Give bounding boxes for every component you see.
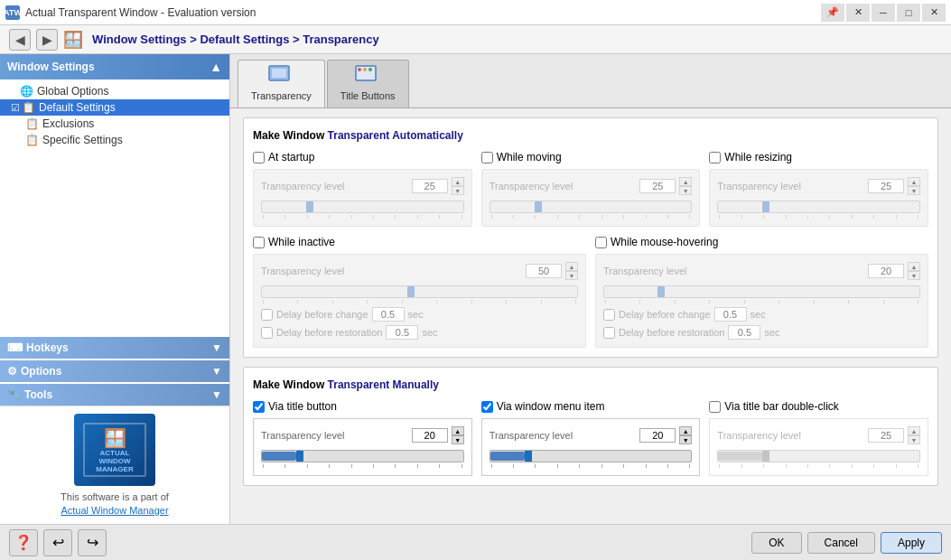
- via-menu-spin-down[interactable]: ▼: [679, 435, 692, 444]
- mouse-delay-restore-input[interactable]: [728, 325, 760, 340]
- sidebar-section-options[interactable]: ⚙ Options ▼: [0, 360, 229, 382]
- via-menu-slider[interactable]: [489, 450, 693, 462]
- while-moving-level-input[interactable]: [639, 179, 676, 193]
- via-dbl-spin-down[interactable]: ▼: [908, 435, 920, 444]
- sidebar-section-hotkeys[interactable]: ⌨ Hotkeys ▼: [0, 337, 229, 359]
- via-menu-level-input[interactable]: [639, 428, 676, 443]
- while-inactive-spin-up[interactable]: ▲: [565, 262, 578, 271]
- while-resizing-thumb[interactable]: [762, 201, 769, 212]
- at-startup-level-input[interactable]: [412, 179, 448, 193]
- while-moving-spin-up[interactable]: ▲: [679, 177, 692, 186]
- while-moving-checkbox[interactable]: [481, 152, 493, 163]
- via-title-level-label: Transparency level: [261, 430, 408, 441]
- while-mouse-spin-down[interactable]: ▼: [908, 271, 920, 280]
- via-title-slider[interactable]: [261, 450, 464, 462]
- bottom-left: ❓ ↩ ↪: [9, 529, 107, 556]
- while-inactive-level-input[interactable]: [526, 264, 562, 278]
- while-resizing-checkbox[interactable]: [709, 152, 721, 163]
- via-menu-thumb[interactable]: [525, 451, 532, 462]
- inactive-delay-restore-input[interactable]: [386, 325, 418, 340]
- while-resizing-spin-up[interactable]: ▲: [908, 177, 920, 186]
- via-title-spin-up[interactable]: ▲: [452, 426, 464, 435]
- hotkeys-expand-icon: ▼: [211, 341, 222, 354]
- via-dbl-thumb[interactable]: [762, 451, 769, 462]
- close-button[interactable]: ✕: [922, 4, 946, 22]
- sidebar-expand-icon[interactable]: ▲: [210, 60, 222, 74]
- at-startup-checkbox[interactable]: [253, 152, 265, 163]
- back-button[interactable]: ◀: [9, 29, 31, 51]
- svg-point-3: [358, 68, 361, 71]
- while-resizing-level-input[interactable]: [868, 179, 904, 193]
- hotkeys-icon: ⌨: [7, 341, 23, 354]
- via-dbl-level-input[interactable]: [868, 428, 904, 443]
- pin-button[interactable]: 📌: [821, 4, 844, 22]
- via-title-thumb[interactable]: [296, 451, 303, 462]
- while-mouse-box: Transparency level ▲ ▼: [595, 254, 928, 348]
- tab-transparency[interactable]: Transparency: [238, 60, 325, 107]
- apply-button[interactable]: Apply: [881, 532, 942, 554]
- while-resizing-checkbox-row: While resizing: [709, 151, 928, 163]
- via-menu-spin-up[interactable]: ▲: [679, 426, 692, 435]
- forward-button[interactable]: ▶: [36, 29, 58, 51]
- ok-button[interactable]: OK: [751, 532, 801, 554]
- while-moving-thumb[interactable]: [535, 201, 542, 212]
- inactive-delay-change-row: Delay before change sec: [261, 307, 578, 322]
- via-dbl-slider[interactable]: [717, 450, 920, 462]
- sidebar-header: Window Settings ▲: [0, 54, 229, 79]
- sidebar-item-global-options[interactable]: 🌐 Global Options: [0, 83, 229, 99]
- via-dblclick-checkbox[interactable]: [709, 401, 721, 413]
- mouse-delay-change-input[interactable]: [714, 307, 747, 322]
- checkbox-icon: ☑: [11, 102, 20, 114]
- while-inactive-slider[interactable]: [261, 285, 578, 298]
- sidebar-item-exclusions[interactable]: 📋 Exclusions: [0, 116, 229, 132]
- window-title: Actual Transparent Window - Evaluation v…: [25, 6, 256, 19]
- mouse-delay-change-row: Delay before change sec: [603, 307, 920, 322]
- global-options-icon: 🌐: [20, 85, 33, 98]
- close-x-button[interactable]: ✕: [846, 4, 870, 22]
- auto-section: Make Window Transparent Automatically At…: [243, 117, 938, 358]
- sidebar-item-default-settings[interactable]: ☑ 📋 Default Settings: [0, 99, 229, 116]
- while-mouse-spin-up[interactable]: ▲: [908, 262, 920, 271]
- mouse-delay-change-checkbox[interactable]: [603, 309, 615, 321]
- minimize-button[interactable]: ─: [872, 4, 895, 22]
- at-startup-spin-down[interactable]: ▼: [452, 186, 464, 195]
- bottom-bar: ❓ ↩ ↪ OK Cancel Apply: [0, 524, 951, 560]
- title-buttons-tab-icon: [355, 64, 380, 89]
- inactive-delay-restore-checkbox[interactable]: [261, 327, 273, 339]
- while-mouse-checkbox[interactable]: [595, 237, 607, 248]
- cancel-button[interactable]: Cancel: [807, 532, 875, 554]
- redo-button[interactable]: ↪: [78, 529, 107, 556]
- while-inactive-thumb[interactable]: [407, 286, 415, 297]
- while-inactive-group: While inactive Transparency level ▲ ▼: [253, 236, 586, 348]
- while-resizing-slider[interactable]: [717, 201, 920, 213]
- while-mouse-level-input[interactable]: [868, 264, 904, 278]
- via-window-menu-checkbox[interactable]: [481, 401, 493, 413]
- maximize-button[interactable]: □: [897, 4, 920, 22]
- inactive-delay-change-checkbox[interactable]: [261, 309, 273, 321]
- while-inactive-spin-down[interactable]: ▼: [565, 271, 578, 280]
- while-mouse-thumb[interactable]: [657, 286, 665, 297]
- while-inactive-checkbox[interactable]: [253, 237, 265, 248]
- while-moving-slider[interactable]: [489, 201, 693, 213]
- help-button[interactable]: ❓: [9, 529, 38, 556]
- sidebar-title: Window Settings: [7, 61, 95, 73]
- mouse-delay-restore-checkbox[interactable]: [603, 327, 615, 339]
- inactive-delay-change-input[interactable]: [372, 307, 405, 322]
- sidebar-section-tools[interactable]: 🔧 Tools ▼: [0, 384, 229, 406]
- at-startup-slider[interactable]: [261, 201, 464, 213]
- via-title-spin-down[interactable]: ▼: [452, 435, 464, 444]
- product-link[interactable]: Actual Window Manager: [61, 505, 168, 516]
- via-title-level-input[interactable]: [412, 428, 448, 443]
- via-title-button-checkbox[interactable]: [253, 401, 265, 413]
- tab-title-buttons[interactable]: Title Buttons: [327, 60, 409, 107]
- while-mouse-label: While mouse-hovering: [611, 236, 718, 248]
- at-startup-spin-up[interactable]: ▲: [452, 177, 464, 186]
- undo-button[interactable]: ↩: [43, 529, 72, 556]
- while-resizing-spin-down[interactable]: ▼: [908, 186, 920, 195]
- via-dbl-spin-up[interactable]: ▲: [908, 426, 920, 435]
- while-moving-spin-down[interactable]: ▼: [679, 186, 692, 195]
- title-bar: ATW Actual Transparent Window - Evaluati…: [0, 0, 951, 25]
- sidebar-item-specific-settings[interactable]: 📋 Specific Settings: [0, 132, 229, 148]
- at-startup-thumb[interactable]: [306, 201, 313, 212]
- while-mouse-slider[interactable]: [603, 285, 920, 298]
